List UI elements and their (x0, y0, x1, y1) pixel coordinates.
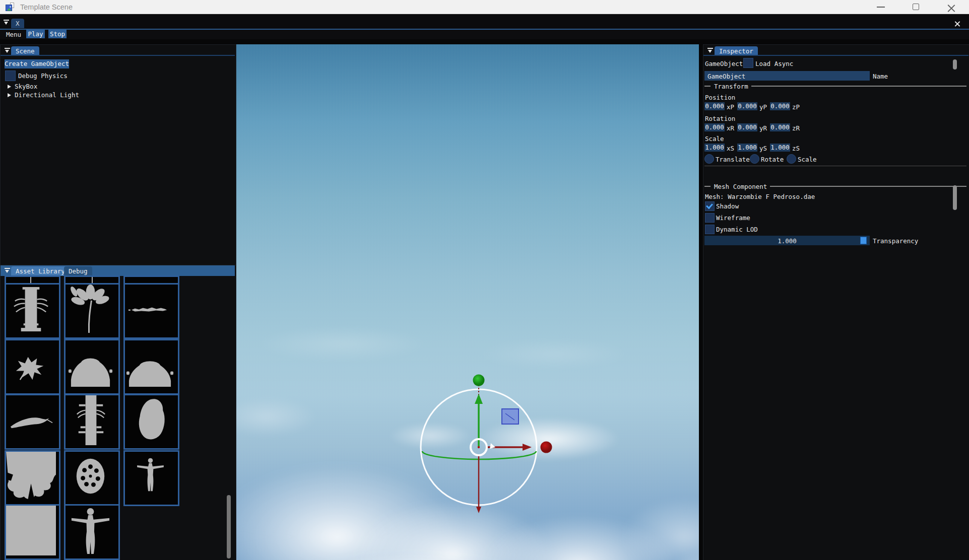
position-x-field[interactable]: 0.000 (704, 102, 725, 110)
rotation-y-field[interactable]: 0.000 (737, 123, 757, 131)
translate-radio[interactable] (704, 154, 714, 164)
scale-radio-label[interactable]: Scale (798, 156, 817, 163)
rotate-radio-label[interactable]: Rotate (761, 156, 784, 163)
transform-header: Transform (714, 83, 748, 90)
collapse-menu-icon[interactable] (4, 20, 9, 26)
asset-panel-titlebar: Asset Library Debug (1, 265, 235, 276)
title-bar: Template Scene (0, 0, 969, 14)
asset-collapse-icon[interactable] (5, 268, 10, 274)
position-x-suffix: xP (727, 103, 734, 111)
rotate-radio[interactable] (750, 154, 759, 164)
dock-tab-x[interactable]: X (11, 19, 24, 28)
asset-thumbnail-boulder-closeup[interactable] (5, 450, 60, 506)
play-button[interactable]: Play (26, 30, 45, 38)
gizmo-center-handle[interactable] (471, 439, 495, 455)
inspector-scrollbar-grab[interactable] (953, 185, 957, 210)
asset-thumbnail-palm-plant[interactable] (64, 283, 120, 339)
separator (751, 86, 966, 87)
chevron-right-icon[interactable] (8, 93, 11, 97)
rotation-y-suffix: yR (759, 124, 767, 132)
inspector-collapse-icon[interactable] (707, 48, 713, 54)
debug-physics-label: Debug Physics (18, 72, 68, 80)
scene-collapse-icon[interactable] (5, 48, 10, 54)
rotation-z-suffix: zR (792, 124, 800, 132)
rotation-x-suffix: xR (727, 124, 734, 132)
gizmo-x-axis-handle[interactable] (488, 442, 552, 453)
asset-thumbnail-humanoid-t-pose-small[interactable] (123, 450, 179, 506)
tree-item-directional-light[interactable]: Directional Light (15, 91, 79, 99)
position-z-field[interactable]: 0.000 (770, 102, 790, 110)
scale-z-field[interactable]: 1.000 (770, 144, 790, 152)
separator (704, 186, 710, 187)
asset-thumbnail-spiked-column-2[interactable] (64, 394, 120, 450)
dock-close-icon[interactable] (954, 21, 961, 28)
scale-y-field[interactable]: 1.000 (737, 144, 757, 152)
dynamic-lod-label: Dynamic LOD (716, 226, 758, 233)
stop-button[interactable]: Stop (48, 30, 67, 38)
scale-x-suffix: xS (727, 145, 734, 152)
maximize-icon (913, 4, 919, 10)
viewport-3d[interactable] (236, 44, 699, 560)
dynamic-lod-checkbox[interactable] (705, 225, 715, 234)
asset-thumbnail-flat-plane[interactable] (5, 504, 60, 560)
asset-thumbnail-terrain-strip[interactable] (123, 283, 179, 339)
dock-tab-strip: X (0, 14, 969, 30)
minimize-icon (877, 7, 885, 8)
load-async-label: Load Async (755, 60, 793, 67)
shadow-label: Shadow (716, 202, 739, 210)
debug-physics-checkbox[interactable] (5, 71, 16, 81)
separator (704, 166, 966, 166)
transparency-slider[interactable]: 1.000 (704, 236, 870, 245)
scene-tab-underline (1, 55, 235, 56)
asset-thumbnail-leaf-cluster[interactable] (5, 339, 60, 395)
rotation-x-field[interactable]: 0.000 (704, 123, 725, 131)
gizmo-plane-handle[interactable] (502, 409, 519, 424)
tree-item-skybox[interactable]: SkyBox (15, 83, 37, 90)
gizmo-y-axis-handle[interactable] (473, 375, 485, 448)
position-z-suffix: zP (792, 103, 800, 111)
inspector-panel: Inspector GameObject Load Async GameObje… (703, 44, 969, 560)
chevron-right-icon[interactable] (8, 85, 11, 89)
asset-thumbnail-car-2[interactable] (123, 339, 179, 395)
maximize-button[interactable] (905, 0, 928, 14)
position-y-suffix: yP (759, 103, 767, 111)
asset-thumbnail-feather[interactable] (5, 394, 60, 450)
create-gameobject-button[interactable]: Create GameObject (5, 59, 69, 68)
name-label: Name (873, 73, 888, 80)
transparency-label: Transparency (873, 237, 918, 245)
inspector-scrollbar-grab[interactable] (953, 59, 957, 69)
transform-gizmo[interactable] (236, 44, 699, 560)
load-async-checkbox[interactable] (743, 58, 753, 68)
transparency-slider-grab[interactable] (860, 237, 867, 244)
asset-thumbnail-car[interactable] (64, 339, 120, 395)
tab-debug[interactable]: Debug (64, 266, 92, 276)
rotation-z-field[interactable]: 0.000 (770, 123, 790, 131)
wireframe-label: Wireframe (716, 214, 750, 222)
scale-z-suffix: zS (792, 145, 800, 152)
app-icon (6, 3, 15, 12)
inspector-tab-underline (703, 55, 968, 56)
asset-thumbnail-wheel[interactable] (64, 450, 120, 506)
translate-radio-label[interactable]: Translate (716, 156, 750, 163)
close-icon (947, 4, 955, 12)
scale-radio[interactable] (787, 154, 796, 164)
menu-item-menu[interactable]: Menu (6, 31, 21, 38)
position-y-field[interactable]: 0.000 (737, 102, 757, 110)
asset-scrollbar[interactable] (227, 495, 231, 558)
shadow-checkbox[interactable] (705, 201, 715, 211)
separator (770, 186, 966, 187)
name-input[interactable]: GameObject (704, 71, 870, 81)
close-button[interactable] (940, 0, 963, 14)
position-label: Position (705, 94, 735, 101)
asset-thumbnail-rock[interactable] (123, 394, 179, 450)
asset-thumbnail-humanoid-t-pose[interactable] (64, 504, 120, 560)
asset-thumbnail-spiked-column[interactable] (5, 283, 60, 339)
scale-x-field[interactable]: 1.000 (704, 144, 725, 152)
minimize-button[interactable] (869, 0, 892, 14)
scene-panel: Scene Create GameObject Debug Physics Sk… (0, 44, 236, 265)
name-input-value: GameObject (707, 73, 745, 80)
wireframe-checkbox[interactable] (705, 213, 715, 223)
scale-y-suffix: yS (759, 145, 767, 152)
transparency-value: 1.000 (704, 237, 870, 245)
tab-asset-library[interactable]: Asset Library (11, 266, 70, 276)
